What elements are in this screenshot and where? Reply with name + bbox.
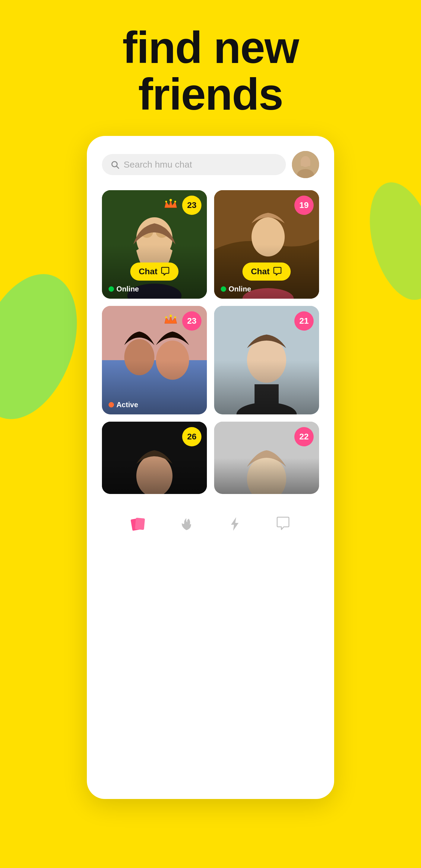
crown-badge-3: [162, 311, 180, 330]
profile-card-5[interactable]: 26: [102, 422, 207, 494]
decorative-wave-left: [0, 260, 95, 433]
svg-point-23: [174, 316, 176, 318]
nav-item-cards[interactable]: [129, 515, 147, 533]
status-indicator-2: Online: [221, 285, 251, 293]
nav-item-lightning[interactable]: [225, 515, 244, 533]
nav-item-chat[interactable]: [274, 515, 292, 533]
age-badge-2: 19: [294, 195, 313, 215]
chat-bubble-icon-2: [273, 267, 282, 276]
svg-point-12: [165, 201, 167, 203]
user-avatar[interactable]: [292, 151, 319, 178]
search-icon: [110, 160, 119, 169]
age-badge-5: 26: [182, 427, 202, 446]
bottom-nav: [102, 506, 319, 536]
headline-line1: find new: [122, 23, 299, 72]
search-bar: Search hmu chat: [102, 151, 319, 178]
svg-point-13: [174, 201, 176, 203]
profile-card-2[interactable]: 19 Chat Online: [214, 190, 319, 299]
card-overlay-4: [214, 360, 319, 414]
online-dot-1: [109, 286, 114, 292]
age-badge-1: 23: [182, 195, 202, 215]
card-overlay-5: [102, 458, 207, 494]
status-indicator-1: Online: [109, 285, 139, 293]
chat-bubble-icon: [160, 267, 170, 276]
search-input-wrapper[interactable]: Search hmu chat: [102, 154, 286, 175]
cards-nav-icon: [129, 515, 147, 533]
card-overlay-6: [214, 458, 319, 494]
chat-nav-icon: [274, 515, 292, 533]
search-placeholder-text: Search hmu chat: [124, 159, 192, 170]
online-dot-2: [221, 286, 226, 292]
active-dot-3: [109, 402, 114, 407]
svg-point-21: [170, 315, 172, 317]
profile-card-1[interactable]: 23 Chat Online: [102, 190, 207, 299]
profile-card-3[interactable]: 23 Active: [102, 306, 207, 414]
svg-point-11: [170, 199, 172, 201]
decorative-wave-right: [358, 175, 421, 307]
chat-button-1[interactable]: Chat: [130, 262, 179, 281]
crown-badge-1: [162, 195, 180, 214]
chat-button-2[interactable]: Chat: [242, 262, 291, 281]
status-indicator-3: Active: [109, 401, 138, 409]
lightning-nav-icon: [225, 515, 244, 533]
profile-card-4[interactable]: 21: [214, 306, 319, 414]
svg-line-1: [117, 166, 119, 168]
headline-line2: friends: [138, 69, 282, 119]
profile-card-6[interactable]: 22: [214, 422, 319, 494]
headline: find new friends: [122, 24, 299, 118]
age-badge-4: 21: [294, 311, 313, 331]
app-container: Search hmu chat: [87, 136, 334, 799]
svg-point-22: [165, 316, 167, 318]
nav-item-fire[interactable]: [177, 515, 196, 533]
age-badge-6: 22: [294, 427, 313, 446]
cards-grid: 23 Chat Online: [102, 190, 319, 494]
age-badge-3: 23: [182, 311, 202, 331]
svg-rect-5: [301, 160, 310, 166]
fire-nav-icon: [177, 515, 196, 533]
svg-rect-33: [135, 518, 145, 530]
